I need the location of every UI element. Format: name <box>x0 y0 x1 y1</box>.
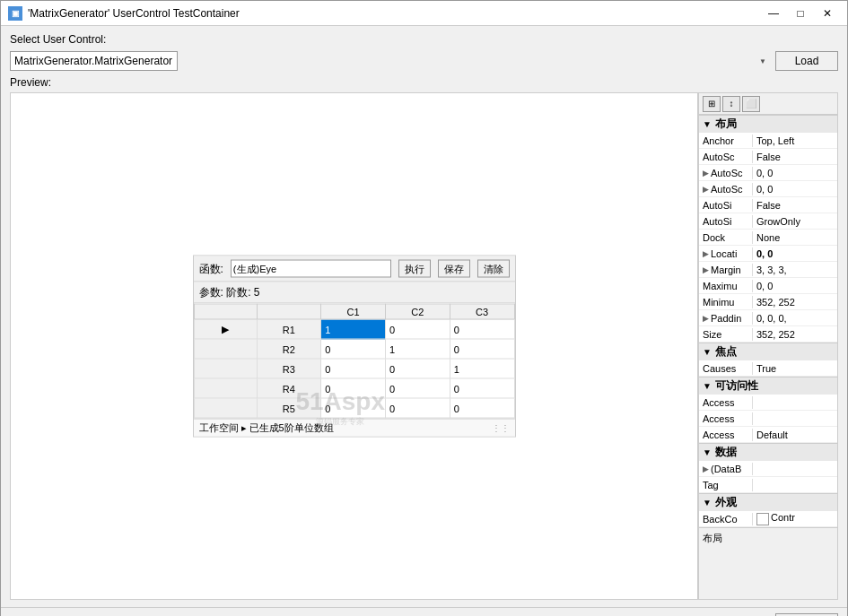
prop-section-header[interactable]: ▼外观 <box>699 493 837 511</box>
color-swatch <box>756 513 769 525</box>
table-row: R5000 <box>194 398 514 418</box>
matrix-cell[interactable]: 0 <box>450 398 514 418</box>
expand-arrow: ▶ <box>703 314 709 323</box>
prop-name: ▶Locati <box>699 247 753 260</box>
prop-name: ▶AutoSc <box>699 167 753 179</box>
params-row: 参数: 阶数: 5 <box>194 282 515 304</box>
select-control-label: Select User Control: <box>10 33 838 46</box>
prop-name: Access <box>699 429 753 441</box>
prop-row: BackCoContr <box>699 511 837 527</box>
prop-row[interactable]: ▶Locati0, 0 <box>699 246 837 262</box>
prop-name: Causes <box>699 362 753 375</box>
matrix-cell[interactable]: 0 <box>386 359 450 378</box>
title-bar-left: ▣ 'MatrixGenerator' UserControl TestCont… <box>8 6 240 21</box>
maximize-button[interactable]: □ <box>788 4 813 22</box>
title-bar: ▣ 'MatrixGenerator' UserControl TestCont… <box>1 1 847 26</box>
prop-row: Minimu352, 252 <box>699 294 837 310</box>
matrix-cell[interactable]: 0 <box>321 359 386 378</box>
prop-row: Size352, 252 <box>699 326 837 343</box>
prop-name: AutoSi <box>699 199 753 212</box>
matrix-cell[interactable]: 1 <box>450 359 514 378</box>
row-label: R3 <box>257 359 321 378</box>
clear-button[interactable]: 清除 <box>477 260 510 278</box>
bottom-bar: Close <box>1 607 847 616</box>
prop-name: ▶(DataB <box>699 463 753 475</box>
matrix-table: C1 C2 C3 ▶R1100R2010R3001R4000R5000 <box>194 304 515 419</box>
row-label: R5 <box>257 398 321 418</box>
matrix-cell[interactable]: 0 <box>321 378 386 398</box>
prop-row: Maximu0, 0 <box>699 278 837 294</box>
prop-value: 0, 0 <box>753 183 837 195</box>
prop-row: Tag <box>699 477 837 493</box>
props-tool-grid[interactable]: ⊞ <box>703 96 721 112</box>
prop-row: Access <box>699 411 837 427</box>
prop-row[interactable]: ▶AutoSc0, 0 <box>699 181 837 197</box>
main-window: ▣ 'MatrixGenerator' UserControl TestCont… <box>0 0 848 616</box>
window-close-button[interactable]: ✕ <box>815 4 840 22</box>
section-arrow: ▼ <box>703 498 712 508</box>
main-content: Select User Control: MatrixGenerator.Mat… <box>1 26 847 607</box>
matrix-cell[interactable]: 0 <box>321 398 386 418</box>
prop-value: Contr <box>753 511 837 525</box>
prop-value <box>753 468 837 470</box>
prop-value: False <box>753 151 837 163</box>
prop-row: DockNone <box>699 230 837 246</box>
matrix-cell[interactable]: 0 <box>386 319 450 339</box>
prop-name: ▶Paddin <box>699 312 753 325</box>
props-tool-view[interactable]: ⬜ <box>742 96 760 112</box>
prop-section-header[interactable]: ▼焦点 <box>699 343 837 360</box>
prop-value: GrowOnly <box>753 215 837 228</box>
matrix-cell[interactable]: 0 <box>450 339 514 359</box>
prop-value: 352, 252 <box>753 328 837 341</box>
expand-arrow: ▶ <box>703 185 709 194</box>
matrix-cell[interactable]: 0 <box>321 339 386 359</box>
expand-arrow: ▶ <box>703 265 709 274</box>
props-desc-text: 布局 <box>703 533 722 543</box>
prop-name: Minimu <box>699 296 753 308</box>
prop-name: ▶AutoSc <box>699 183 753 195</box>
matrix-cell[interactable]: 1 <box>386 339 450 359</box>
prop-row: AnchorTop, Left <box>699 133 837 149</box>
row-label: R2 <box>257 339 321 359</box>
matrix-cell[interactable]: 0 <box>386 378 450 398</box>
section-label: 数据 <box>715 445 737 460</box>
matrix-generator-control: 函数: (生成)Eye 执行 保存 清除 参数: 阶数: 5 <box>193 256 516 438</box>
expand-arrow: ▶ <box>703 169 709 178</box>
row-arrow <box>194 398 257 418</box>
user-control-select[interactable]: MatrixGenerator.MatrixGenerator <box>10 51 178 71</box>
main-layout: 函数: (生成)Eye 执行 保存 清除 参数: 阶数: 5 <box>10 92 838 600</box>
prop-section-header[interactable]: ▼布局 <box>699 115 837 133</box>
matrix-cell[interactable]: 0 <box>386 398 450 418</box>
prop-value: False <box>753 199 837 212</box>
prop-row[interactable]: ▶Margin3, 3, 3, <box>699 262 837 278</box>
prop-section-header[interactable]: ▼数据 <box>699 443 837 461</box>
window-icon: ▣ <box>8 6 22 21</box>
prop-row[interactable]: ▶Paddin0, 0, 0, <box>699 310 837 326</box>
prop-value: 352, 252 <box>753 296 837 308</box>
preview-label: Preview: <box>10 76 838 89</box>
matrix-cell[interactable]: 0 <box>450 378 514 398</box>
prop-row: AutoSiGrowOnly <box>699 213 837 230</box>
func-dropdown[interactable]: (生成)Eye <box>231 260 391 278</box>
table-row: R2010 <box>194 339 514 359</box>
col-c1-header: C1 <box>321 304 386 319</box>
load-button[interactable]: Load <box>775 51 838 71</box>
col-arrow-header <box>194 304 257 319</box>
prop-row[interactable]: ▶AutoSc0, 0 <box>699 165 837 181</box>
execute-button[interactable]: 执行 <box>398 260 431 278</box>
matrix-cell[interactable]: 0 <box>450 319 514 339</box>
save-button[interactable]: 保存 <box>438 260 470 278</box>
prop-value <box>753 418 837 420</box>
prop-row: CausesTrue <box>699 360 837 377</box>
resize-grip: ⋮⋮ <box>492 423 510 433</box>
prop-row[interactable]: ▶(DataB <box>699 461 837 477</box>
prop-name: Access <box>699 412 753 425</box>
prop-value: 0, 0 <box>753 247 837 260</box>
minimize-button[interactable]: — <box>761 4 786 22</box>
properties-panel: ⊞ ↕ ⬜ ▼布局AnchorTop, LeftAutoScFalse▶Auto… <box>698 93 837 599</box>
prop-name: Maximu <box>699 280 753 292</box>
prop-name: Dock <box>699 231 753 244</box>
matrix-cell[interactable]: 1 <box>321 319 386 339</box>
props-tool-sort[interactable]: ↕ <box>722 96 740 112</box>
prop-section-header[interactable]: ▼可访问性 <box>699 377 837 395</box>
